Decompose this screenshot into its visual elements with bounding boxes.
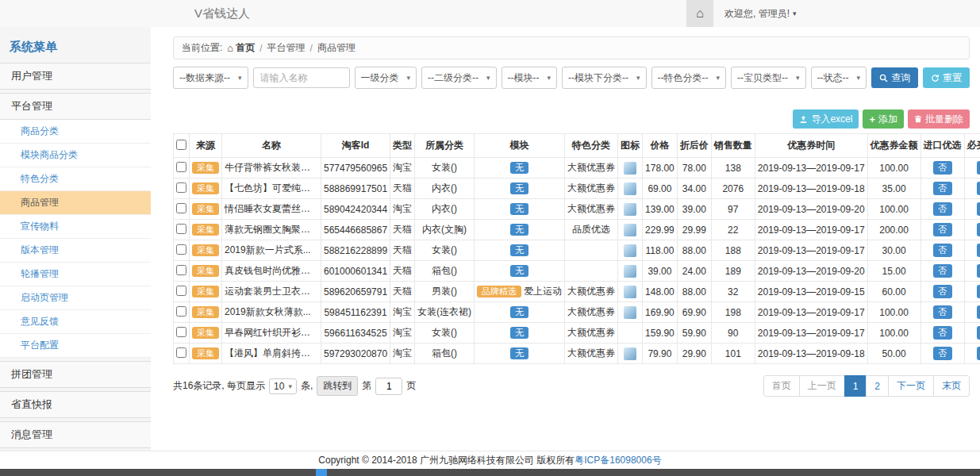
add-button[interactable]: + 添加 [863, 109, 904, 129]
page-button[interactable]: 下一页 [888, 375, 934, 397]
sidebar-subitem[interactable]: 特色分类 [0, 167, 151, 191]
sidebar-menu: 用户管理平台管理商品分类模块商品分类特色分类商品管理宣传物料版本管理轮播管理启动… [0, 63, 151, 451]
cell-taoke-id: 601000601341 [321, 261, 390, 282]
page-button[interactable]: 末页 [933, 375, 970, 397]
column-header: 优惠券时间 [755, 134, 867, 158]
import-select-button[interactable]: 否 [933, 264, 952, 278]
sidebar-subitem[interactable]: 宣传物料 [0, 215, 151, 239]
name-search-input[interactable] [253, 67, 350, 88]
icp-link[interactable]: 粤ICP备16098006号 [575, 454, 661, 467]
filter-select[interactable]: 一级分类▾ [355, 67, 417, 89]
sidebar-subitem[interactable]: 意见反馈 [0, 310, 151, 334]
must-buy-button[interactable]: 否 [977, 326, 980, 340]
column-header: 优惠券金额 [867, 134, 920, 158]
cell-source: 采集 [190, 240, 222, 261]
reset-button[interactable]: 重置 [923, 67, 970, 88]
filter-select[interactable]: --模块下分类--▾ [562, 67, 647, 89]
page-button[interactable]: 1 [844, 375, 867, 397]
import-select-button[interactable]: 否 [933, 202, 952, 216]
query-button[interactable]: 查询 [871, 67, 918, 88]
per-page-select[interactable]: 10 ▾ [269, 378, 297, 394]
page-number-input[interactable] [375, 378, 402, 395]
sidebar-subitem[interactable]: 商品管理 [0, 191, 151, 215]
sidebar-item[interactable]: 平台管理 [0, 93, 151, 120]
cell-sales: 198 [711, 302, 755, 323]
sidebar-item[interactable]: 省直快报 [0, 391, 151, 418]
import-excel-button[interactable]: 导入excel [793, 109, 859, 129]
sidebar-subitem[interactable]: 商品分类 [0, 120, 151, 144]
chevron-down-icon: ▾ [238, 74, 242, 82]
breadcrumb-item[interactable]: 平台管理 [267, 41, 306, 55]
cell-featured: 大额优惠券 [565, 344, 618, 364]
sidebar-item[interactable]: 消息管理 [0, 421, 151, 448]
filter-select[interactable]: --状态--▾ [811, 67, 867, 89]
cell-select [174, 240, 190, 261]
user-menu[interactable]: 欢迎您, 管理员! ▾ [713, 7, 808, 21]
row-checkbox[interactable] [176, 347, 186, 358]
home-button[interactable]: ⌂ [686, 0, 713, 27]
import-select-button[interactable]: 否 [933, 182, 952, 195]
sidebar-subitem[interactable]: 平台配置 [0, 334, 151, 358]
sidebar-subitem[interactable]: 模块商品分类 [0, 144, 151, 167]
sidebar-subitem[interactable]: 轮播管理 [0, 263, 151, 286]
filter-select-value: --特色分类-- [658, 71, 709, 85]
import-select-button[interactable]: 否 [933, 326, 952, 340]
filter-select[interactable]: --模块--▾ [502, 67, 558, 89]
page-button[interactable]: 首页 [763, 375, 800, 397]
must-buy-button[interactable]: 否 [977, 182, 980, 195]
row-checkbox[interactable] [176, 286, 186, 296]
import-select-button[interactable]: 否 [933, 305, 952, 319]
cell-select [174, 261, 190, 282]
column-header: 特色分类 [565, 134, 618, 158]
must-buy-button[interactable]: 否 [977, 223, 980, 236]
column-header: 模块 [475, 134, 565, 158]
product-thumbnail [624, 347, 636, 360]
sidebar-subitem[interactable]: 启动页管理 [0, 286, 151, 310]
row-checkbox[interactable] [176, 265, 186, 275]
row-checkbox[interactable] [176, 203, 186, 213]
sidebar-item[interactable]: 拼团管理 [0, 361, 151, 388]
cell-discount-price: 88.00 [677, 282, 711, 302]
page-button[interactable]: 2 [866, 375, 889, 397]
must-buy-button[interactable]: 否 [977, 161, 980, 175]
cell-module: 无 [475, 178, 565, 199]
row-checkbox[interactable] [176, 327, 186, 337]
import-select-button[interactable]: 否 [933, 161, 952, 175]
batch-delete-button[interactable]: 批量删除 [908, 109, 970, 129]
import-select-button[interactable]: 否 [933, 223, 952, 236]
filter-select[interactable]: --特色分类--▾ [651, 67, 727, 89]
cell-name: 牛仔背带裤女秋装减龄... [222, 158, 321, 178]
row-checkbox[interactable] [176, 306, 186, 317]
cell-import-select: 否 [920, 199, 964, 220]
row-checkbox[interactable] [176, 224, 186, 234]
breadcrumb-home-link[interactable]: ⌂ 首页 [227, 41, 255, 55]
page-button[interactable]: 上一页 [799, 375, 845, 397]
must-buy-button[interactable]: 否 [977, 244, 980, 257]
must-buy-button[interactable]: 否 [977, 347, 980, 360]
import-select-button[interactable]: 否 [933, 347, 952, 360]
filter-select[interactable]: --数据来源--▾ [173, 67, 248, 89]
filter-select[interactable]: --宝贝类型--▾ [731, 67, 806, 89]
jump-button[interactable]: 跳转到 [317, 376, 358, 396]
sidebar-subitem[interactable]: 版本管理 [0, 239, 151, 263]
import-select-button[interactable]: 否 [933, 244, 952, 257]
must-buy-button[interactable]: 否 [977, 264, 980, 278]
must-buy-button[interactable]: 否 [977, 202, 980, 216]
must-buy-button[interactable]: 否 [977, 305, 980, 319]
filter-select[interactable]: --二级分类--▾ [421, 67, 497, 89]
module-badge: 无 [510, 265, 528, 277]
sidebar-item[interactable]: 用户管理 [0, 63, 151, 90]
cell-coupon-amount: 50.00 [867, 344, 920, 364]
cell-module: 无 [475, 261, 565, 282]
row-checkbox[interactable] [176, 244, 186, 255]
batch-delete-label: 批量删除 [925, 113, 963, 126]
cell-must-buy: 否 [964, 158, 980, 178]
import-select-button[interactable]: 否 [933, 285, 952, 298]
column-header: 折后价 [677, 134, 711, 158]
must-buy-button[interactable]: 否 [977, 285, 980, 298]
select-all-checkbox[interactable] [176, 140, 186, 150]
taskbar-item[interactable] [316, 469, 327, 476]
row-checkbox[interactable] [176, 162, 186, 172]
row-checkbox[interactable] [176, 182, 186, 193]
cell-featured: 大额优惠券 [565, 199, 618, 220]
